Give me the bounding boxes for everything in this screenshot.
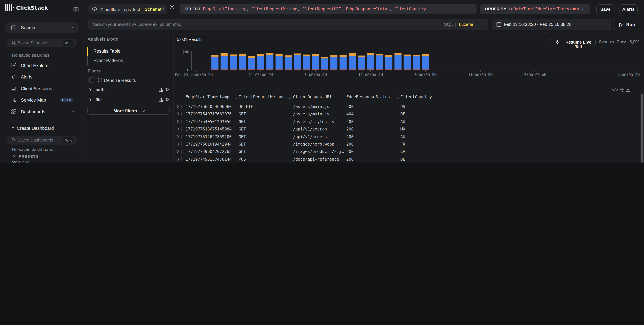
search-icon xyxy=(12,40,16,45)
cell: DE xyxy=(400,112,405,117)
filters-heading: Filters xyxy=(88,68,101,73)
cell: 1771977513675145984 xyxy=(186,127,232,131)
column-grip-icon[interactable] xyxy=(342,95,345,99)
table-row[interactable]: 1771977549717662976GET/assets/main.js404… xyxy=(174,110,644,118)
more-filters-label: More filters xyxy=(114,108,137,113)
brand-name: ClickStack xyxy=(16,5,48,11)
row-grip xyxy=(181,120,182,124)
sidebar-item-services[interactable]: Services xyxy=(12,160,30,162)
saved-dashboards-input[interactable]: Saved Dashboards ⌘ K xyxy=(7,136,77,145)
column-header[interactable]: ClientCountry xyxy=(400,95,432,99)
table-row[interactable]: 1771977495137478144POST/docs/api-referen… xyxy=(174,156,644,162)
run-button[interactable]: Run xyxy=(613,19,640,30)
expand-row-icon[interactable] xyxy=(176,142,180,146)
table-row[interactable]: 1771977513675145984GET/api/v1/search200M… xyxy=(174,125,644,133)
expand-row-icon[interactable] xyxy=(176,105,180,108)
select-clause-input[interactable]: SELECT EdgeStartTimestamp, ClientRequest… xyxy=(180,4,476,14)
results-histogram[interactable]: 2400Feb 23 4:00:00 PM11:00:00 PM5:00:00 … xyxy=(174,44,644,79)
expand-row-icon[interactable] xyxy=(176,135,180,138)
saved-dashboards-placeholder: Saved Dashboards xyxy=(18,138,53,143)
sidebar-item-client-sessions[interactable]: Client Sessions xyxy=(0,84,84,93)
filters-panel: Analysis Mode Results Table Event Patter… xyxy=(84,34,174,162)
alerts-button[interactable]: Alerts xyxy=(619,4,638,14)
cell: GET xyxy=(238,112,246,117)
save-button[interactable]: Save xyxy=(596,4,614,14)
expand-row-icon[interactable] xyxy=(176,120,180,123)
comma: , xyxy=(246,7,251,11)
date-range-input[interactable]: Feb 23 16:38:20 - Feb 25 16:38:20 xyxy=(492,19,612,30)
filter-field-file[interactable]: _file xyxy=(84,96,174,104)
expand-row-icon[interactable] xyxy=(176,127,180,131)
cell: DE xyxy=(400,157,405,162)
orderby-clause-input[interactable]: ORDER BY toDateTime(EdgeStartTimestamp / xyxy=(480,4,590,14)
language-sql[interactable]: SQL xyxy=(444,22,453,27)
cell: 1771977501019442944 xyxy=(186,142,232,147)
more-filters-button[interactable]: More filters xyxy=(87,107,170,115)
mode-event-patterns[interactable]: Event Patterns xyxy=(93,58,123,63)
column-grip-icon[interactable] xyxy=(234,95,237,99)
sidebar-item-label: Service Map xyxy=(21,98,46,103)
column-header[interactable]: EdgeResponseStatus xyxy=(346,95,390,99)
table-row[interactable]: 1771977501019442944GET/images/hero.webp2… xyxy=(174,141,644,148)
chevron-up-icon xyxy=(70,26,74,29)
row-grip xyxy=(181,105,182,109)
mode-results-table[interactable]: Results Table xyxy=(93,49,120,54)
create-dashboard-button[interactable]: + Create Dashboard xyxy=(0,124,84,132)
download-icon[interactable] xyxy=(626,87,630,92)
select-column: EdgeStartTimestamp xyxy=(203,7,246,11)
sidebar-item-service-map[interactable]: Service Map BETA xyxy=(0,96,84,104)
expand-row-icon[interactable] xyxy=(176,112,180,116)
cell: /api/v1/search xyxy=(293,127,327,131)
search-placeholder: Search your events w/ Lucene ex. column:… xyxy=(93,22,181,27)
cell: AU xyxy=(400,119,405,124)
column-header[interactable]: ClientRequestMethod xyxy=(238,95,285,99)
chevron-right-icon xyxy=(88,88,92,92)
column-grip-icon[interactable] xyxy=(397,95,399,99)
vertical-scrollbar[interactable] xyxy=(640,91,644,162)
cell: 200 xyxy=(346,134,354,139)
code-view-icon[interactable]: </> xyxy=(612,87,618,92)
table-row[interactable]: 1771977540501293056GET/assets/styles.css… xyxy=(174,118,644,125)
expand-row-icon[interactable] xyxy=(176,150,180,153)
app-root: ClickStack Search Sa xyxy=(0,0,644,162)
cell: MX xyxy=(400,127,405,131)
sidebar-item-search[interactable]: Search xyxy=(5,22,78,33)
filter-field-path[interactable]: _path xyxy=(84,86,174,94)
column-header[interactable]: EdgeStartTimestamp xyxy=(186,95,229,99)
cell: 1771977549717662976 xyxy=(186,112,232,117)
presets-section[interactable]: PRESETS xyxy=(13,154,17,159)
expand-row-icon[interactable] xyxy=(176,157,180,161)
column-grip-icon[interactable] xyxy=(289,95,291,99)
cell: US xyxy=(400,104,405,109)
schema-link[interactable]: Schema xyxy=(145,7,162,12)
sidebar-item-dashboards[interactable]: Dashboards xyxy=(0,107,84,116)
date-range-value: Feb 23 16:38:20 - Feb 25 16:38:20 xyxy=(504,22,572,27)
sidebar-collapse-icon[interactable] xyxy=(74,7,78,12)
saved-searches-input[interactable]: Saved Searches ⌘ K xyxy=(7,38,77,47)
results-count: 5,001 Results xyxy=(177,37,202,42)
table-row[interactable]: 1771977496047072768GET/images/products/2… xyxy=(174,148,644,155)
source-name: Cloudflare Logs Test xyxy=(100,7,140,12)
scrollbar-thumb[interactable] xyxy=(641,94,643,162)
filter-field-label: _path xyxy=(93,87,104,92)
chart-icon xyxy=(159,98,163,102)
cell: DELETE xyxy=(238,104,253,109)
search-input[interactable]: Search your events w/ Lucene ex. column:… xyxy=(88,19,488,30)
denoise-checkbox[interactable] xyxy=(89,77,94,82)
column-header[interactable]: ClientRequestURI xyxy=(293,95,332,99)
cell: 404 xyxy=(346,112,354,117)
svg-text:Feb 23 4:00:00 PM: Feb 23 4:00:00 PM xyxy=(175,73,212,77)
table-row[interactable]: 1771977562054696960DELETE/assets/main.js… xyxy=(174,103,644,110)
analysis-mode-heading: Analysis Mode xyxy=(88,36,118,41)
source-settings-button[interactable] xyxy=(169,4,178,14)
cell: 1771977562054696960 xyxy=(186,104,232,109)
table-row[interactable]: 1771977512627859200GET/api/v1/orders200A… xyxy=(174,133,644,140)
layers-icon xyxy=(92,7,97,12)
wrap-lines-icon[interactable] xyxy=(620,87,624,92)
sidebar-item-chart-explorer[interactable]: Chart Explorer xyxy=(0,61,84,70)
sidebar-item-alerts[interactable]: Alerts xyxy=(0,72,84,81)
source-selector[interactable]: Cloudflare Logs Test Schema xyxy=(88,4,168,14)
row-grip xyxy=(181,157,182,161)
language-lucene[interactable]: Lucene xyxy=(459,22,473,27)
row-grip xyxy=(181,142,182,146)
